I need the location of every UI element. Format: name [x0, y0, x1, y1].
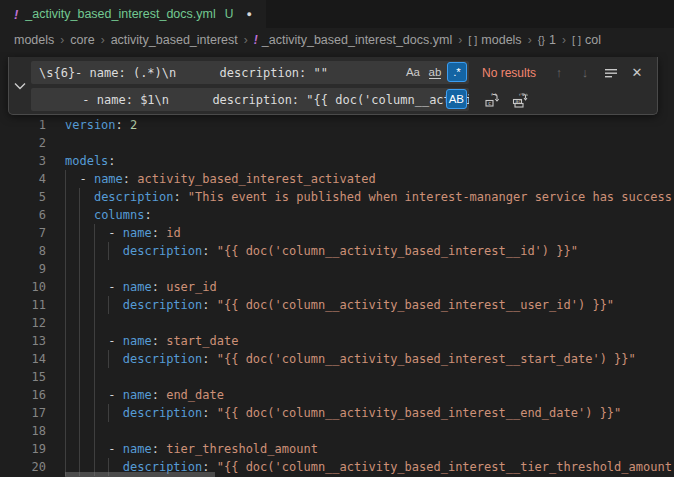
breadcrumb-item-core[interactable]: core [70, 33, 94, 47]
indent-guide [79, 260, 80, 278]
horizontal-scrollbar[interactable] [65, 472, 215, 477]
find-in-selection-button[interactable] [601, 63, 621, 83]
indent-guide [94, 242, 95, 260]
warn-icon: ! [254, 33, 258, 47]
code-line-11[interactable]: 11 description: "{{ doc('column__activit… [0, 296, 674, 314]
token: : [123, 172, 137, 186]
indent-guide [79, 350, 80, 368]
replace-button[interactable]: ᶠᵇ c [482, 90, 502, 110]
token: "{{ doc('column__activity_based_interest… [217, 352, 636, 366]
line-content: - name: activity_based_interest_activate… [65, 172, 376, 186]
indent-guide [94, 368, 95, 386]
modified-dot-icon[interactable]: ● [246, 9, 251, 19]
token: name [123, 280, 152, 294]
token: models [65, 154, 108, 168]
indent-guide [65, 368, 66, 386]
previous-match-button[interactable]: ↑ [549, 63, 569, 83]
indent-guide [79, 296, 80, 314]
indent-guide [79, 332, 80, 350]
line-number: 18 [0, 422, 46, 440]
line-number: 2 [0, 134, 46, 152]
replace-all-button[interactable]: ᶠᵃᵇ ac [510, 90, 530, 110]
token: name [123, 442, 152, 456]
breadcrumb-item-activity_based_interest[interactable]: activity_based_interest [111, 33, 238, 47]
code-line-12[interactable]: 12 [0, 314, 674, 332]
find-row: \s{6}- name: (.*)\n description: "" Aa a… [31, 61, 651, 84]
line-number: 1 [0, 116, 46, 134]
line-number: 13 [0, 332, 46, 350]
indent-guide [94, 278, 95, 296]
code-line-5[interactable]: 5 description: "This event is published … [0, 188, 674, 206]
code-line-1[interactable]: 1version: 2 [0, 116, 674, 134]
line-content: - name: id [65, 226, 181, 240]
code-line-4[interactable]: 4 - name: activity_based_interest_activa… [0, 170, 674, 188]
find-in-selection-icon [604, 66, 618, 80]
tab-activity-docs[interactable]: ! _activity_based_interest_docs.yml U ● [0, 0, 266, 28]
code-line-3[interactable]: 3models: [0, 152, 674, 170]
line-number: 15 [0, 368, 46, 386]
token: - [65, 172, 94, 186]
line-content: description: "{{ doc('column__activity_b… [65, 298, 614, 312]
code-line-16[interactable]: 16 - name: end_date [0, 386, 674, 404]
close-find-button[interactable]: ✕ [627, 63, 647, 83]
indent-guide [79, 206, 80, 224]
breadcrumb-item-models[interactable]: [ ]models [468, 33, 521, 47]
indent-guide [79, 188, 80, 206]
code-line-10[interactable]: 10 - name: user_id [0, 278, 674, 296]
indent-guide [65, 314, 66, 332]
line-content: models: [65, 154, 116, 168]
preserve-case-button[interactable]: AB [446, 89, 467, 109]
code-line-9[interactable]: 9 [0, 260, 674, 278]
breadcrumb-label: _activity_based_interest_docs.yml [262, 33, 452, 47]
token: : [173, 190, 187, 204]
replace-input[interactable]: - name: $1\n description: "{{ doc('colum… [31, 88, 469, 111]
breadcrumb-item-models[interactable]: models [14, 33, 54, 47]
yaml-file-icon: ! [14, 7, 18, 22]
line-number: 4 [0, 170, 46, 188]
code-line-18[interactable]: 18 [0, 422, 674, 440]
token: "This event is published when interest-m… [188, 190, 672, 204]
token: activity_based_interest_activated [137, 172, 375, 186]
code-line-13[interactable]: 13 - name: start_date [0, 332, 674, 350]
indent-guide [94, 314, 95, 332]
breadcrumb-item-_activity_based_interest_docs.yml[interactable]: !_activity_based_interest_docs.yml [254, 33, 452, 47]
editor-pane[interactable]: \s{6}- name: (.*)\n description: "" Aa a… [0, 52, 674, 477]
code-line-14[interactable]: 14 description: "{{ doc('column__activit… [0, 350, 674, 368]
indent-guide [65, 350, 66, 368]
find-input[interactable]: \s{6}- name: (.*)\n description: "" Aa a… [31, 61, 469, 84]
regex-button[interactable]: .* [447, 62, 467, 82]
toggle-replace-button[interactable] [9, 57, 31, 114]
indent-guide [65, 278, 66, 296]
whole-word-button[interactable]: ab [425, 62, 445, 82]
token: description [123, 298, 202, 312]
code-line-19[interactable]: 19 - name: tier_threshold_amount [0, 440, 674, 458]
indent-guide [94, 422, 95, 440]
indent-guide [65, 440, 66, 458]
git-status-badge: U [225, 7, 234, 21]
breadcrumb-separator: › [458, 33, 462, 47]
code-area[interactable]: 1version: 223models:4 - name: activity_b… [0, 52, 674, 476]
breadcrumb-separator: › [244, 33, 248, 47]
code-line-17[interactable]: 17 description: "{{ doc('column__activit… [0, 404, 674, 422]
line-content: description: "{{ doc('column__activity_b… [65, 352, 636, 366]
code-line-8[interactable]: 8 description: "{{ doc('column__activity… [0, 242, 674, 260]
code-line-15[interactable]: 15 [0, 368, 674, 386]
match-case-button[interactable]: Aa [403, 62, 423, 82]
indent-guide [65, 206, 66, 224]
code-line-7[interactable]: 7 - name: id [0, 224, 674, 242]
breadcrumb-item-col[interactable]: [ ]col [572, 33, 601, 47]
token: tier_threshold_amount [166, 442, 318, 456]
line-content: description: "This event is published wh… [65, 190, 672, 204]
line-number: 6 [0, 206, 46, 224]
next-match-button[interactable]: ↓ [575, 63, 595, 83]
token: description [94, 190, 173, 204]
indent-guide [94, 260, 95, 278]
code-line-2[interactable]: 2 [0, 134, 674, 152]
svg-text:c: c [488, 100, 491, 106]
breadcrumb-item-1[interactable]: {}1 [538, 33, 556, 47]
tab-bar: ! _activity_based_interest_docs.yml U ● [0, 0, 674, 28]
code-line-6[interactable]: 6 columns: [0, 206, 674, 224]
token: : [152, 226, 166, 240]
indent-guide [65, 170, 66, 188]
replace-value-text[interactable]: - name: $1\n description: "{{ doc('colum… [31, 93, 469, 107]
